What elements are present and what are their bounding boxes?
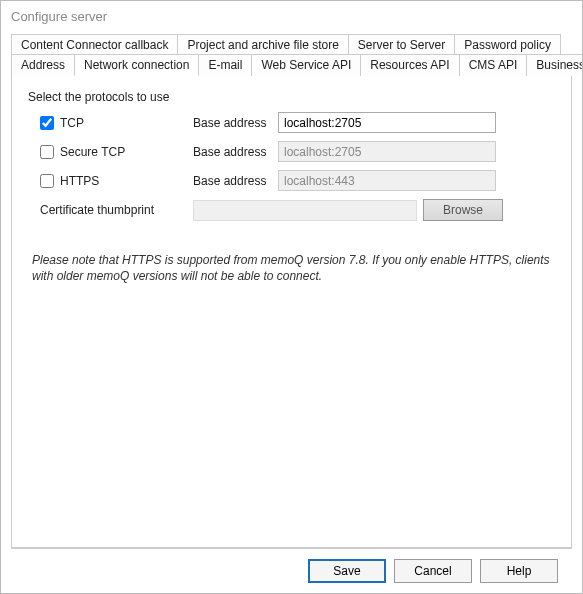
certificate-thumbprint-input[interactable]: [193, 200, 417, 221]
tab-address[interactable]: Address: [11, 54, 75, 76]
certificate-row: Certificate thumbprint Browse: [28, 199, 555, 221]
label-tcp: TCP: [60, 116, 84, 130]
tab-business-analytics-api[interactable]: Business Analytics API: [526, 54, 582, 76]
base-address-input-secure-tcp[interactable]: [278, 141, 496, 162]
tab-project-archive-file-store[interactable]: Project and archive file store: [177, 34, 348, 55]
content-area: Content Connector callback Project and a…: [1, 34, 582, 548]
tab-content-connector-callback[interactable]: Content Connector callback: [11, 34, 178, 55]
certificate-thumbprint-label: Certificate thumbprint: [40, 203, 193, 217]
window-title: Configure server: [1, 1, 582, 34]
protocols-heading: Select the protocols to use: [28, 90, 555, 104]
tab-password-policy[interactable]: Password policy: [454, 34, 561, 55]
tab-cms-api[interactable]: CMS API: [459, 54, 528, 76]
protocol-row-secure-tcp: Secure TCP Base address: [28, 141, 555, 162]
dialog-footer: Save Cancel Help: [11, 548, 572, 593]
configure-server-window: Configure server Content Connector callb…: [0, 0, 583, 594]
base-address-label-tcp: Base address: [193, 116, 278, 130]
protocol-row-tcp: TCP Base address: [28, 112, 555, 133]
tab-server-to-server[interactable]: Server to Server: [348, 34, 455, 55]
base-address-input-tcp[interactable]: [278, 112, 496, 133]
checkbox-tcp[interactable]: [40, 116, 54, 130]
https-note: Please note that HTTPS is supported from…: [28, 253, 555, 284]
base-address-input-https[interactable]: [278, 170, 496, 191]
base-address-label-secure-tcp: Base address: [193, 145, 278, 159]
label-https: HTTPS: [60, 174, 99, 188]
tab-strip: Content Connector callback Project and a…: [11, 34, 572, 76]
base-address-label-https: Base address: [193, 174, 278, 188]
checkbox-secure-tcp[interactable]: [40, 145, 54, 159]
tab-row-1: Content Connector callback Project and a…: [11, 34, 572, 54]
cancel-button[interactable]: Cancel: [394, 559, 472, 583]
tab-web-service-api[interactable]: Web Service API: [251, 54, 361, 76]
label-secure-tcp: Secure TCP: [60, 145, 125, 159]
checkbox-https[interactable]: [40, 174, 54, 188]
tab-network-connection[interactable]: Network connection: [74, 54, 199, 76]
protocol-row-https: HTTPS Base address: [28, 170, 555, 191]
tab-resources-api[interactable]: Resources API: [360, 54, 459, 76]
tab-e-mail[interactable]: E-mail: [198, 54, 252, 76]
help-button[interactable]: Help: [480, 559, 558, 583]
tab-row-2: Address Network connection E-mail Web Se…: [11, 54, 572, 75]
save-button[interactable]: Save: [308, 559, 386, 583]
tab-body: Select the protocols to use TCP Base add…: [11, 76, 572, 548]
browse-button[interactable]: Browse: [423, 199, 503, 221]
